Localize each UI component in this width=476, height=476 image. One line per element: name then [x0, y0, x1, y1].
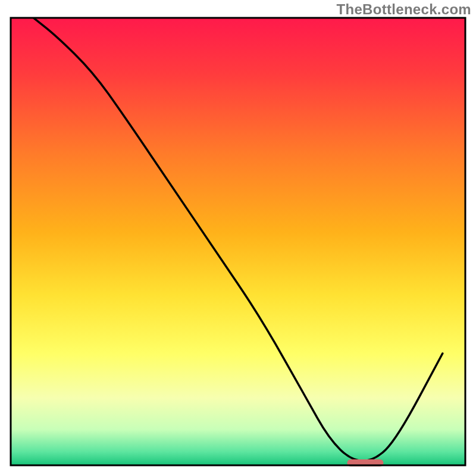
gradient-background: [11, 18, 465, 465]
watermark-label: TheBottleneck.com: [337, 1, 471, 18]
chart-container: TheBottleneck.com: [0, 0, 476, 476]
bottleneck-chart: [0, 0, 476, 476]
